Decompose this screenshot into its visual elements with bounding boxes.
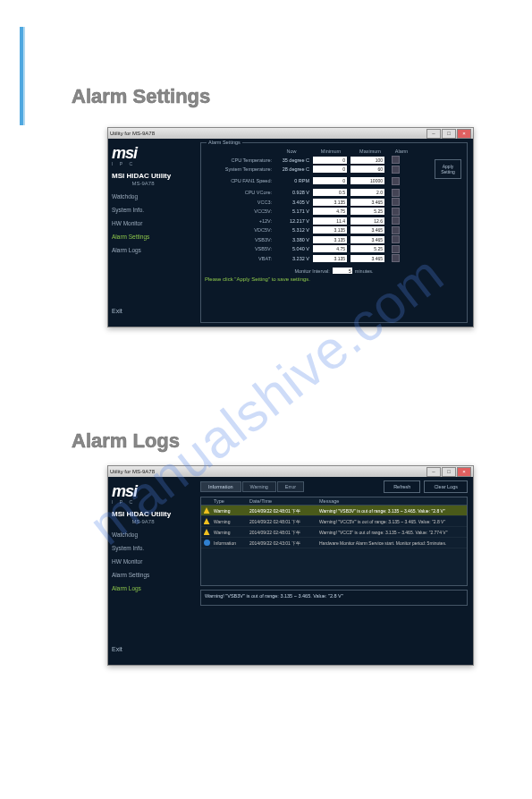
setting-max-input[interactable] — [350, 189, 384, 196]
log-row[interactable]: Warning2014/09/22 02:48:01 下午Warning! "V… — [201, 506, 467, 516]
nav-hw-monitor[interactable]: HW Monitor — [112, 557, 197, 566]
sidebar: msi I P C MSI HIDAC Utility MS-9A78 Watc… — [108, 139, 200, 327]
log-type: Information — [212, 540, 249, 546]
setting-max-input[interactable] — [350, 226, 384, 234]
log-row[interactable]: Information2014/09/22 02:43:01 下午Hardwar… — [201, 538, 467, 548]
logo: msi — [112, 482, 197, 501]
settings-panel: Alarm Settings Now Minimum Maximum Alarm… — [200, 139, 473, 327]
interval-unit: minutes. — [355, 268, 374, 274]
header-max: Maximum — [350, 149, 390, 154]
setting-max-input[interactable] — [350, 208, 384, 215]
setting-min-input[interactable] — [313, 245, 347, 252]
setting-now: 28 degree C — [275, 166, 313, 172]
setting-now: 12.217 V — [275, 218, 313, 224]
close-button[interactable]: × — [457, 467, 471, 477]
warning-icon — [204, 507, 210, 514]
close-button[interactable]: × — [457, 129, 471, 139]
alarm-checkbox[interactable] — [392, 208, 400, 216]
tab-error[interactable]: Error — [277, 481, 304, 492]
setting-label: +12V: — [205, 218, 275, 224]
alarm-checkbox[interactable] — [392, 189, 400, 197]
maximize-button[interactable]: □ — [442, 467, 456, 477]
nav-alarm-logs[interactable]: Alarm Logs — [112, 583, 197, 593]
alarm-checkbox[interactable] — [392, 235, 400, 243]
setting-now: 0.928 V — [275, 190, 313, 195]
setting-max-input[interactable] — [350, 255, 384, 262]
minimize-button[interactable]: – — [426, 129, 441, 139]
setting-min-input[interactable] — [313, 166, 347, 173]
alarm-checkbox[interactable] — [392, 217, 400, 225]
nav-alarm-settings[interactable]: Alarm Settings — [112, 570, 197, 580]
window-alarm-settings: Utility for MS-9A78 – □ × msi I P C MSI … — [107, 127, 474, 327]
tab-information[interactable]: Information — [200, 481, 241, 492]
setting-min-input[interactable] — [313, 208, 347, 215]
tab-warning[interactable]: Warning — [242, 481, 276, 492]
setting-row: CPU FAN1 Speed:0 RPM — [205, 177, 463, 185]
setting-min-input[interactable] — [313, 226, 347, 234]
setting-row: VSB5V:5.040 V — [205, 245, 463, 253]
setting-label: VSB3V: — [205, 237, 275, 242]
logo: msi — [112, 144, 197, 163]
interval-input[interactable] — [333, 268, 352, 274]
nav-system-info[interactable]: System Info. — [112, 205, 197, 215]
logs-panel: Information Warning Error Refresh Clear … — [200, 477, 473, 665]
setting-min-input[interactable] — [313, 217, 347, 225]
nav-watchdog[interactable]: Watchdog — [112, 191, 197, 201]
setting-max-input[interactable] — [350, 199, 384, 206]
nav-alarm-logs[interactable]: Alarm Logs — [112, 245, 197, 255]
nav-watchdog[interactable]: Watchdog — [112, 530, 197, 540]
setting-label: CPU Temperature: — [205, 157, 275, 163]
nav-alarm-settings[interactable]: Alarm Settings — [112, 232, 197, 242]
alarm-checkbox[interactable] — [392, 226, 400, 234]
log-table: Type Date/Time Message Warning2014/09/22… — [200, 497, 468, 586]
setting-row: CPU Temperature:35 degree C — [205, 156, 463, 164]
alarm-checkbox[interactable] — [392, 198, 400, 206]
setting-min-input[interactable] — [313, 157, 347, 164]
setting-label: VCC5V: — [205, 208, 275, 214]
warning-icon — [204, 518, 210, 524]
setting-row: VSB3V:3.380 V — [205, 235, 463, 243]
maximize-button[interactable]: □ — [442, 129, 456, 139]
setting-min-input[interactable] — [313, 255, 347, 262]
nav-system-info[interactable]: System Info. — [112, 543, 197, 553]
log-message: Warning! "VSB3V" is out of range: 3.135 … — [319, 508, 467, 514]
setting-now: 3.405 V — [275, 200, 313, 205]
exit-button[interactable]: Exit — [112, 646, 197, 659]
nav: Watchdog System Info. HW Monitor Alarm S… — [112, 191, 197, 255]
setting-min-input[interactable] — [313, 177, 347, 184]
setting-min-input[interactable] — [313, 199, 347, 206]
alarm-checkbox[interactable] — [392, 156, 400, 164]
setting-row: CPU VCore:0.928 V — [205, 189, 463, 197]
apply-setting-button[interactable]: Apply Setting — [435, 159, 461, 179]
setting-max-input[interactable] — [350, 245, 384, 252]
setting-min-input[interactable] — [313, 189, 347, 196]
minimize-button[interactable]: – — [426, 467, 441, 477]
nav-hw-monitor[interactable]: HW Monitor — [112, 218, 197, 228]
setting-max-input[interactable] — [350, 177, 384, 184]
clear-logs-button[interactable]: Clear Logs — [424, 480, 468, 493]
exit-button[interactable]: Exit — [112, 308, 197, 321]
log-datetime: 2014/09/22 02:48:01 下午 — [249, 508, 319, 514]
alarm-checkbox[interactable] — [392, 177, 400, 185]
log-row[interactable]: Warning2014/09/22 02:48:01 下午Warning! "V… — [201, 527, 467, 538]
window-title: Utility for MS-9A78 — [110, 131, 155, 136]
alarm-checkbox[interactable] — [392, 166, 400, 174]
refresh-button[interactable]: Refresh — [384, 480, 420, 493]
setting-max-input[interactable] — [350, 236, 384, 243]
log-type: Warning — [212, 508, 249, 514]
alarm-checkbox[interactable] — [392, 254, 400, 262]
accent-bar — [20, 27, 23, 125]
setting-now: 5.171 V — [275, 208, 313, 214]
setting-max-input[interactable] — [350, 217, 384, 225]
setting-max-input[interactable] — [350, 157, 384, 164]
header-alarm: Alarm — [390, 149, 413, 154]
interval-label: Monitor Interval: — [294, 268, 329, 274]
setting-max-input[interactable] — [350, 166, 384, 173]
log-header-datetime: Date/Time — [249, 498, 319, 504]
setting-now: 3.232 V — [275, 256, 313, 261]
info-icon — [204, 540, 210, 546]
alarm-checkbox[interactable] — [392, 245, 400, 253]
warning-icon — [204, 529, 210, 535]
setting-min-input[interactable] — [313, 236, 347, 243]
log-row[interactable]: Warning2014/09/22 02:48:01 下午Warning! "V… — [201, 516, 467, 527]
